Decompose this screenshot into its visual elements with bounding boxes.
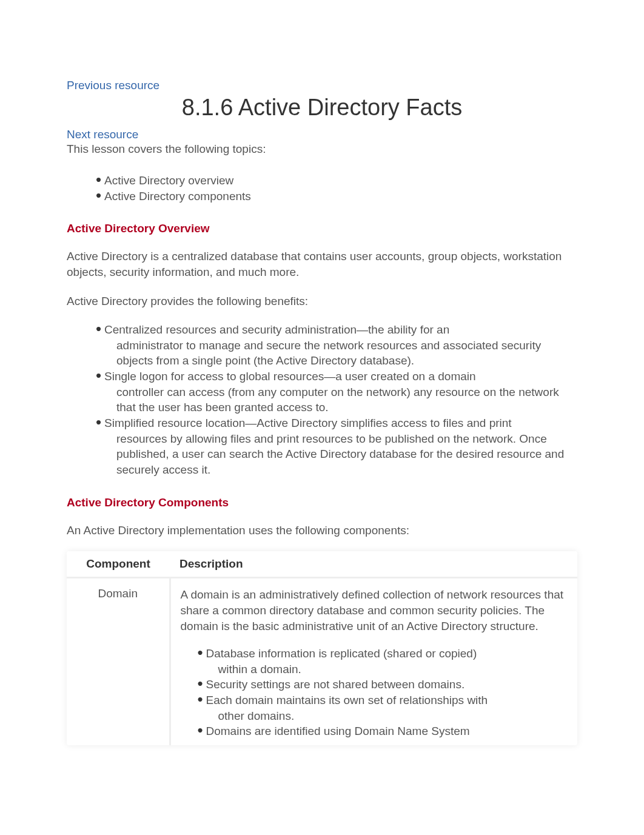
benefit-text-first: Single logon for access to global resour… (104, 369, 577, 384)
domain-bullet: Each domain maintains its own set of rel… (199, 692, 568, 723)
component-description-cell: A domain is an administratively defined … (170, 578, 577, 745)
domain-bullet: Domains are identified using Domain Name… (199, 723, 568, 739)
benefit-text-first: Centralized resources and security admin… (104, 322, 577, 338)
bullet-first: Domains are identified using Domain Name… (206, 725, 470, 737)
overview-paragraph: Active Directory is a centralized databa… (67, 249, 577, 280)
table-header-description: Description (170, 551, 577, 578)
benefit-text-rest: administrator to manage and secure the n… (104, 338, 577, 369)
benefit-text-rest: controller can access (from any computer… (104, 384, 577, 415)
benefits-intro: Active Directory provides the following … (67, 293, 577, 309)
section-heading-components: Active Directory Components (67, 496, 577, 509)
bullet-first: Database information is replicated (shar… (206, 647, 477, 660)
topic-list: Active Directory overview Active Directo… (67, 173, 577, 204)
components-table-wrap: Component Description Domain A domain is… (67, 551, 577, 745)
intro-text: This lesson covers the following topics: (67, 143, 577, 156)
bullet-rest: within a domain. (206, 662, 568, 677)
benefit-text-rest: resources by allowing files and print re… (104, 431, 577, 478)
topic-item: Active Directory components (97, 189, 577, 204)
table-header-row: Component Description (67, 551, 577, 578)
section-heading-overview: Active Directory Overview (67, 222, 577, 235)
benefits-list: Centralized resources and security admin… (67, 322, 577, 477)
table-header-component: Component (67, 551, 170, 578)
table-row: Domain A domain is an administratively d… (67, 578, 577, 745)
bullet-rest: other domains. (206, 708, 568, 724)
components-table: Component Description Domain A domain is… (67, 551, 577, 745)
page-title: 8.1.6 Active Directory Facts (67, 95, 577, 121)
benefit-text-first: Simplified resource location—Active Dire… (104, 415, 577, 431)
domain-bullet: Database information is replicated (shar… (199, 646, 568, 677)
previous-resource-link[interactable]: Previous resource (67, 79, 577, 92)
domain-bullet: Security settings are not shared between… (199, 677, 568, 692)
domain-bullet-list: Database information is replicated (shar… (181, 646, 568, 739)
next-resource-link[interactable]: Next resource (67, 128, 577, 141)
benefit-item: Centralized resources and security admin… (97, 322, 577, 369)
topic-item: Active Directory overview (97, 173, 577, 189)
bullet-first: Security settings are not shared between… (206, 678, 465, 691)
benefit-item: Single logon for access to global resour… (97, 369, 577, 415)
components-intro: An Active Directory implementation uses … (67, 523, 577, 538)
benefit-item: Simplified resource location—Active Dire… (97, 415, 577, 478)
domain-description: A domain is an administratively defined … (181, 587, 568, 634)
component-name-cell: Domain (67, 578, 170, 745)
bullet-first: Each domain maintains its own set of rel… (206, 694, 488, 706)
